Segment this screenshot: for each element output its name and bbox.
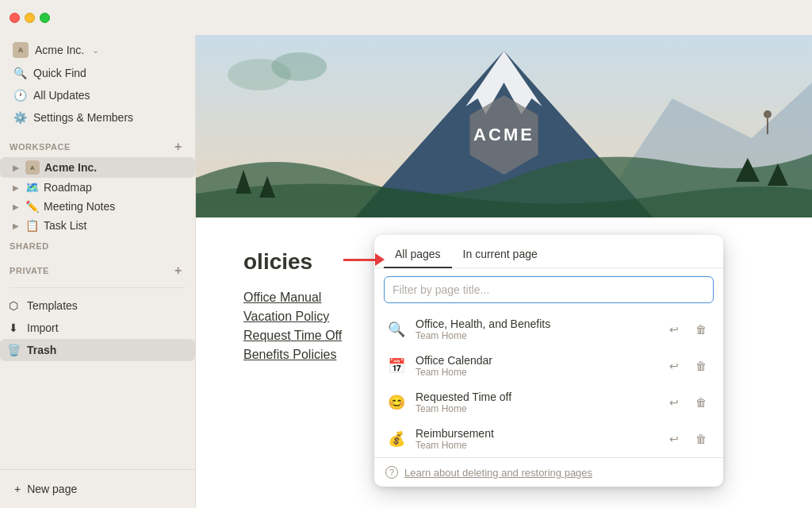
hero-banner: ACME [196,35,812,217]
item-title-1: Office Calendar [416,354,655,367]
restore-button-1[interactable]: ↩ [663,355,685,377]
acme-text: ACME [473,125,534,145]
sidebar-item-trash[interactable]: 🗑️ Trash [0,339,195,361]
popup-search [374,268,723,311]
sidebar: A Acme Inc. ⌄ 🔍 Quick Find 🕐 All Updates… [0,35,196,508]
templates-icon: ⬡ [6,298,21,313]
clock-icon: 🕐 [13,88,27,102]
sidebar-bottom: + New page [0,469,195,508]
list-item[interactable]: 😊 Requested Time off Team Home ↩ 🗑 [374,384,723,421]
sidebar-page-roadmap-label: Roadmap [44,181,92,194]
task-list-icon: 📋 [25,219,39,232]
item-actions-3: ↩ 🗑 [663,428,712,450]
sidebar-item-import[interactable]: ⬇ Import [0,317,195,339]
item-icon-2: 😊 [385,391,408,414]
maximize-button[interactable] [40,13,50,23]
popup-tabs: All pages In current page [374,235,723,268]
item-icon-0: 🔍 [385,318,408,341]
workspace-chevron-icon: ⌄ [92,45,99,56]
svg-point-4 [271,52,327,81]
sidebar-top-nav: A Acme Inc. ⌄ 🔍 Quick Find 🕐 All Updates… [0,35,195,132]
sidebar-page-task-list-label: Task List [44,219,86,232]
close-button[interactable] [10,13,20,23]
svg-point-1 [764,110,772,118]
new-page-icon: + [14,483,21,495]
sidebar-item-templates[interactable]: ⬡ Templates [0,294,195,317]
acme-logo: ACME [461,91,548,179]
acme-page-icon: A [25,160,40,175]
popup-footer: ? Learn about deleting and restoring pag… [374,457,723,487]
item-actions-0: ↩ 🗑 [663,318,712,341]
templates-label: Templates [27,299,78,312]
workspace-add-button[interactable]: + [171,140,186,154]
import-label: Import [27,321,59,334]
settings-members-label: Settings & Members [33,111,133,124]
trash-icon: 🗑️ [6,343,21,357]
popup-tab-all-pages[interactable]: All pages [384,241,452,268]
item-text-2: Requested Time off Team Home [416,391,655,414]
item-title-2: Requested Time off [416,391,655,403]
gear-icon: ⚙️ [13,110,27,125]
item-sub-1: Team Home [416,367,655,378]
chevron-right-icon: ▶ [13,164,19,172]
sidebar-page-meeting-notes-label: Meeting Notes [44,200,115,213]
delete-button-2[interactable]: 🗑 [690,391,712,414]
item-text-0: Office, Health, and Benefits Team Home [416,318,655,341]
item-sub-3: Team Home [416,440,655,451]
all-updates-label: All Updates [33,89,90,102]
arrow-head [375,253,385,266]
item-actions-1: ↩ 🗑 [663,355,712,377]
popup-list: 🔍 Office, Health, and Benefits Team Home… [374,311,723,457]
new-page-button[interactable]: + New page [6,476,189,502]
new-page-label: New page [27,483,77,495]
item-actions-2: ↩ 🗑 [663,391,712,414]
sidebar-workspace-name[interactable]: A Acme Inc. ⌄ [6,38,189,62]
workspace-name-label: Acme Inc. [35,44,84,56]
item-text-3: Reimbursement Team Home [416,427,655,451]
item-sub-0: Team Home [416,330,655,341]
sidebar-item-task-list[interactable]: ▶ 📋 Task List [0,216,195,235]
sidebar-quick-find[interactable]: 🔍 Quick Find [6,62,189,84]
sidebar-item-meeting-notes[interactable]: ▶ ✏️ Meeting Notes [0,197,195,216]
roadmap-icon: 🗺️ [25,181,39,194]
arrow-indicator [343,253,385,266]
sidebar-item-roadmap[interactable]: ▶ 🗺️ Roadmap [0,178,195,197]
private-add-button[interactable]: + [171,264,186,278]
chevron-right-icon-2: ▶ [13,183,19,192]
delete-button-3[interactable]: 🗑 [690,428,712,450]
item-icon-3: 💰 [385,428,408,450]
item-sub-2: Team Home [416,403,655,414]
popup-search-input[interactable] [384,276,714,303]
popup-tab-in-current-page[interactable]: In current page [452,241,549,268]
sidebar-all-updates[interactable]: 🕐 All Updates [6,84,189,106]
delete-button-1[interactable]: 🗑 [690,355,712,377]
traffic-lights [10,13,50,23]
restore-button-0[interactable]: ↩ [663,318,685,341]
help-icon: ? [385,466,398,479]
section-divider [10,287,186,288]
main-layout: A Acme Inc. ⌄ 🔍 Quick Find 🕐 All Updates… [0,35,812,508]
arrow-body [343,259,375,261]
acme-workspace-icon: A [13,42,29,58]
sidebar-item-acme-inc[interactable]: ▶ A Acme Inc. [0,157,195,178]
shared-section-label: SHARED [0,235,195,252]
popup-footer-text[interactable]: Learn about deleting and restoring pages [404,467,592,479]
list-item[interactable]: 📅 Office Calendar Team Home ↩ 🗑 [374,348,723,384]
titlebar [0,0,812,35]
private-section-label: PRIVATE + [0,256,195,281]
workspace-section-label: WORKSPACE + [0,132,195,157]
acme-hexagon: ACME [465,95,544,175]
restore-button-2[interactable]: ↩ [663,391,685,414]
delete-button-0[interactable]: 🗑 [690,318,712,341]
import-icon: ⬇ [6,321,21,335]
trash-popup: All pages In current page 🔍 Office, Heal… [374,235,723,487]
chevron-right-icon-3: ▶ [13,202,19,211]
sidebar-settings-members[interactable]: ⚙️ Settings & Members [6,106,189,129]
list-item[interactable]: 💰 Reimbursement Team Home ↩ 🗑 [374,421,723,457]
item-title-3: Reimbursement [416,427,655,440]
sidebar-page-acme-label: Acme Inc. [44,161,97,174]
restore-button-3[interactable]: ↩ [663,428,685,450]
minimize-button[interactable] [25,13,35,23]
meeting-notes-icon: ✏️ [25,200,39,213]
list-item[interactable]: 🔍 Office, Health, and Benefits Team Home… [374,311,723,348]
